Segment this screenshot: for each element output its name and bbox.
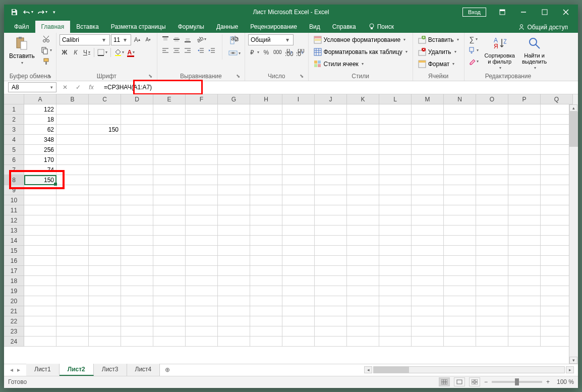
- cell-C7[interactable]: [89, 165, 121, 175]
- cell-Q7[interactable]: [541, 165, 573, 175]
- cell-L15[interactable]: [379, 246, 412, 256]
- cell-G18[interactable]: [218, 276, 250, 286]
- cell-B11[interactable]: [56, 205, 89, 215]
- cell-D13[interactable]: [121, 226, 153, 236]
- cell-N23[interactable]: [444, 326, 476, 337]
- col-header-P[interactable]: P: [508, 94, 541, 104]
- cell-A17[interactable]: [24, 266, 56, 276]
- cell-I1[interactable]: [282, 104, 315, 115]
- cell-H24[interactable]: [250, 337, 282, 347]
- cell-E15[interactable]: [153, 246, 186, 256]
- cell-L19[interactable]: [379, 286, 412, 296]
- cell-B4[interactable]: [56, 135, 89, 145]
- cell-P7[interactable]: [508, 165, 541, 175]
- col-header-G[interactable]: G: [218, 94, 250, 104]
- cell-E23[interactable]: [153, 326, 186, 337]
- cell-G15[interactable]: [218, 246, 250, 256]
- cell-K3[interactable]: [347, 125, 379, 135]
- row-header-6[interactable]: 6: [4, 155, 24, 165]
- cell-M9[interactable]: [412, 185, 444, 195]
- underline-button[interactable]: Ч▾: [82, 47, 92, 58]
- cell-Q14[interactable]: [541, 236, 573, 246]
- cell-H10[interactable]: [250, 195, 282, 205]
- cell-L22[interactable]: [379, 316, 412, 326]
- cell-Q3[interactable]: [541, 125, 573, 135]
- cell-D23[interactable]: [121, 326, 153, 337]
- cell-B13[interactable]: [56, 226, 89, 236]
- cell-G2[interactable]: [218, 115, 250, 125]
- row-header-1[interactable]: 1: [4, 104, 24, 115]
- cell-E11[interactable]: [153, 205, 186, 215]
- cell-Q22[interactable]: [541, 316, 573, 326]
- share-button[interactable]: Общий доступ: [514, 22, 572, 33]
- cell-P11[interactable]: [508, 205, 541, 215]
- cell-J16[interactable]: [315, 256, 347, 266]
- cell-M5[interactable]: [412, 145, 444, 155]
- cell-D22[interactable]: [121, 316, 153, 326]
- cell-M6[interactable]: [412, 155, 444, 165]
- row-header-19[interactable]: 19: [4, 286, 24, 296]
- cell-G20[interactable]: [218, 296, 250, 306]
- add-sheet-button[interactable]: ⊕: [160, 366, 175, 373]
- cell-N16[interactable]: [444, 256, 476, 266]
- cell-N17[interactable]: [444, 266, 476, 276]
- cell-O11[interactable]: [476, 205, 508, 215]
- cell-B10[interactable]: [56, 195, 89, 205]
- cell-F6[interactable]: [186, 155, 218, 165]
- cell-P6[interactable]: [508, 155, 541, 165]
- cell-O20[interactable]: [476, 296, 508, 306]
- row-header-22[interactable]: 22: [4, 316, 24, 326]
- col-header-E[interactable]: E: [153, 94, 186, 104]
- cell-M13[interactable]: [412, 226, 444, 236]
- cell-P13[interactable]: [508, 226, 541, 236]
- cell-J9[interactable]: [315, 185, 347, 195]
- cell-M10[interactable]: [412, 195, 444, 205]
- cell-K18[interactable]: [347, 276, 379, 286]
- cell-N18[interactable]: [444, 276, 476, 286]
- cell-I23[interactable]: [282, 326, 315, 337]
- cell-C9[interactable]: [89, 185, 121, 195]
- cell-A24[interactable]: [24, 337, 56, 347]
- cell-J19[interactable]: [315, 286, 347, 296]
- cell-C11[interactable]: [89, 205, 121, 215]
- cell-C3[interactable]: 150: [89, 125, 121, 135]
- cell-K5[interactable]: [347, 145, 379, 155]
- cell-K20[interactable]: [347, 296, 379, 306]
- cell-M23[interactable]: [412, 326, 444, 337]
- cell-L17[interactable]: [379, 266, 412, 276]
- cell-G14[interactable]: [218, 236, 250, 246]
- cell-K7[interactable]: [347, 165, 379, 175]
- cell-F19[interactable]: [186, 286, 218, 296]
- cell-C6[interactable]: [89, 155, 121, 165]
- signin-button[interactable]: Вход: [462, 8, 486, 17]
- cell-L11[interactable]: [379, 205, 412, 215]
- accounting-format[interactable]: ₽▾: [248, 47, 260, 58]
- cell-A15[interactable]: [24, 246, 56, 256]
- tab-formulas[interactable]: Формулы: [172, 21, 210, 33]
- col-header-N[interactable]: N: [444, 94, 476, 104]
- cell-I5[interactable]: [282, 145, 315, 155]
- cell-B5[interactable]: [56, 145, 89, 155]
- cell-A14[interactable]: [24, 236, 56, 246]
- decrease-font-button[interactable]: A▾: [143, 35, 153, 45]
- cell-C19[interactable]: [89, 286, 121, 296]
- cell-A1[interactable]: 122: [24, 104, 56, 115]
- cell-A9[interactable]: [24, 185, 56, 195]
- view-normal[interactable]: [439, 377, 450, 386]
- cell-Q9[interactable]: [541, 185, 573, 195]
- conditional-formatting-button[interactable]: Условное форматирование▾: [312, 34, 408, 45]
- clipboard-launcher[interactable]: ⬊: [46, 73, 53, 80]
- cell-C4[interactable]: [89, 135, 121, 145]
- cell-C1[interactable]: [89, 104, 121, 115]
- cell-C14[interactable]: [89, 236, 121, 246]
- cell-E9[interactable]: [153, 185, 186, 195]
- cell-K12[interactable]: [347, 215, 379, 226]
- cell-J7[interactable]: [315, 165, 347, 175]
- cell-M11[interactable]: [412, 205, 444, 215]
- cell-Q23[interactable]: [541, 326, 573, 337]
- cell-E3[interactable]: [153, 125, 186, 135]
- cell-L3[interactable]: [379, 125, 412, 135]
- cell-O4[interactable]: [476, 135, 508, 145]
- sheet-tab-Лист4[interactable]: Лист4: [127, 364, 160, 376]
- cell-O16[interactable]: [476, 256, 508, 266]
